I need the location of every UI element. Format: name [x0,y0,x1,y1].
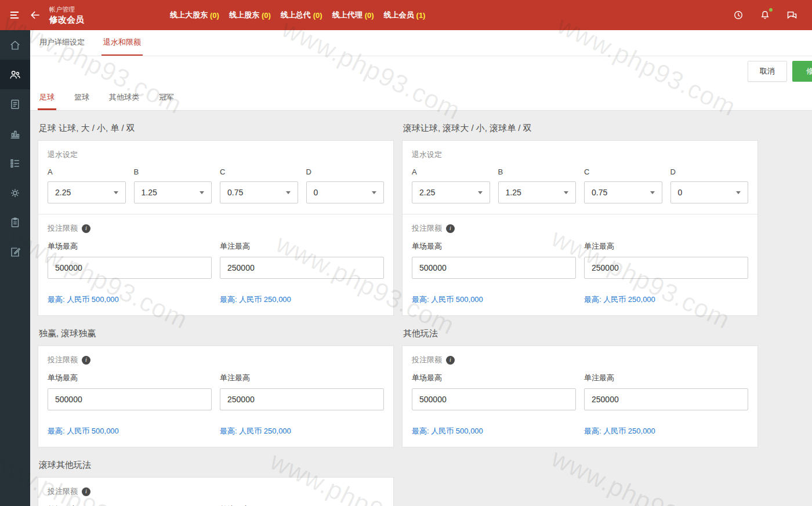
bet-max-input[interactable] [584,257,748,279]
sidebar-item-bet-list[interactable] [0,148,30,178]
section-moneyline: 独赢, 滚球独赢 投注限额 单场最高 最高: 人民币 500,000 [38,316,394,447]
cancel-button[interactable]: 取消 [748,61,787,82]
nav-online-member[interactable]: 线上会员 (1) [384,10,426,20]
notification-dot [769,8,773,12]
bet-max-field: 单注最高 最高: 人民币 250,000 [584,373,748,436]
notifications-button[interactable] [759,9,771,21]
chevron-down-icon [372,191,376,194]
breadcrumb: 帐户管理 [49,6,84,13]
chevron-down-icon [114,191,118,194]
rebate-label: C [584,168,662,176]
bet-max-hint: 最高: 人民币 250,000 [220,426,384,436]
rebate-c-select[interactable]: 0.75 [584,181,662,203]
settings-card: 投注限额 单场最高 单注最高 [38,477,394,506]
sport-tab-basketball[interactable]: 篮球 [72,86,91,110]
rebate-label: B [134,168,212,176]
account-level-nav: 线上大股东 (0) 线上股东 (0) 线上总代 (0) 线上代理 (0) 线上会… [170,10,425,20]
select-value: 1.25 [142,188,157,197]
match-max-hint: 最高: 人民币 500,000 [412,426,576,436]
info-icon[interactable] [82,224,90,233]
match-max-hint: 最高: 人民币 500,000 [48,426,212,436]
tab-rebate-and-limits[interactable]: 退水和限额 [102,30,143,56]
gear-icon [9,187,21,199]
section-football-handicap: 足球 让球, 大 / 小, 单 / 双 退水设定 A 2.25 [38,111,394,316]
rebate-a-select[interactable]: 2.25 [412,181,490,203]
select-value: 1.25 [506,188,521,197]
sidebar-item-members[interactable] [0,60,30,89]
hamburger-menu-icon[interactable] [9,9,20,21]
settings-card: 退水设定 A 2.25 B [402,140,758,316]
action-bar: 取消 修改 [30,56,812,86]
page-tabs: 用户详细设定 退水和限额 [30,30,812,56]
sidebar-item-logs[interactable] [0,237,30,267]
match-max-field: 单场最高 最高: 人民币 500,000 [48,373,212,436]
bet-max-field: 单注最高 最高: 人民币 250,000 [220,373,384,436]
info-icon[interactable] [446,356,455,365]
match-max-input[interactable] [412,388,576,410]
sidebar-item-reports[interactable] [0,119,30,148]
bet-limit-label: 投注限额 [48,223,78,234]
sport-tab-champion[interactable]: 冠军 [157,86,176,110]
bet-max-input[interactable] [220,257,384,279]
match-max-input[interactable] [48,257,212,279]
match-max-input[interactable] [412,257,576,279]
bet-max-input[interactable] [584,388,748,410]
back-arrow-icon[interactable] [30,9,41,21]
rebate-label: D [306,168,385,176]
match-max-input[interactable] [48,388,212,410]
info-icon[interactable] [82,356,90,365]
rebate-d-select[interactable]: 0 [670,181,749,203]
bet-max-input[interactable] [220,388,384,410]
nav-online-master-agent[interactable]: 线上总代 (0) [281,10,322,20]
sidebar-item-orders[interactable] [0,208,30,237]
info-icon[interactable] [82,487,90,496]
sidebar-item-settings[interactable] [0,178,30,208]
bet-limit-label: 投注限额 [412,223,442,234]
nav-count: (0) [262,11,271,20]
chevron-down-icon [650,191,655,194]
sport-tabs: 足球 篮球 其他球类 冠军 [30,86,812,111]
match-max-hint: 最高: 人民币 500,000 [412,294,576,305]
bet-max-label: 单注最高 [220,241,384,252]
rebate-b-select[interactable]: 1.25 [134,181,212,203]
match-max-field: 单场最高 最高: 人民币 500,000 [48,241,212,305]
chevron-down-icon [286,191,291,194]
header-actions [733,9,812,21]
info-icon[interactable] [446,224,455,233]
history-button[interactable] [733,9,744,21]
rebate-label: C [220,168,298,176]
tab-user-detail-settings[interactable]: 用户详细设定 [38,30,86,56]
rebate-label: D [670,168,749,176]
rebate-field-b: B 1.25 [134,168,212,203]
messages-button[interactable] [786,9,798,21]
match-max-hint: 最高: 人民币 500,000 [48,294,212,305]
settings-card: 退水设定 A 2.25 B [38,140,394,316]
bet-limit-label: 投注限额 [48,486,78,497]
rebate-b-select[interactable]: 1.25 [498,181,577,203]
section-title: 滚球其他玩法 [39,460,394,471]
chevron-down-icon [200,191,204,194]
rebate-d-select[interactable]: 0 [306,181,385,203]
rebate-a-select[interactable]: 2.25 [48,181,126,203]
nav-online-super-shareholder[interactable]: 线上大股东 (0) [170,10,219,20]
nav-count: (0) [313,11,322,20]
section-other-bets: 其他玩法 投注限额 单场最高 最高: 人民币 500,000 [402,316,758,447]
section-title: 其他玩法 [403,328,758,339]
match-max-label: 单场最高 [412,241,576,252]
rebate-c-select[interactable]: 0.75 [220,181,298,203]
chevron-down-icon [736,191,741,194]
nav-online-agent[interactable]: 线上代理 (0) [332,10,374,20]
rebate-settings-label: 退水设定 [412,150,748,160]
nav-count: (0) [210,11,219,20]
sidebar-item-accounts[interactable] [0,89,30,119]
nav-label: 线上总代 [281,10,311,20]
sport-tab-football[interactable]: 足球 [38,86,56,110]
nav-online-shareholder[interactable]: 线上股东 (0) [229,10,271,20]
nav-label: 线上代理 [332,10,362,20]
history-icon [733,9,744,21]
sidebar-item-home[interactable] [0,30,30,60]
submit-button[interactable]: 修改 [792,61,812,82]
nav-count: (1) [416,11,426,20]
section-live-other-bets: 滚球其他玩法 投注限额 单场最高 单 [38,447,394,506]
sport-tab-other-balls[interactable]: 其他球类 [107,86,141,110]
